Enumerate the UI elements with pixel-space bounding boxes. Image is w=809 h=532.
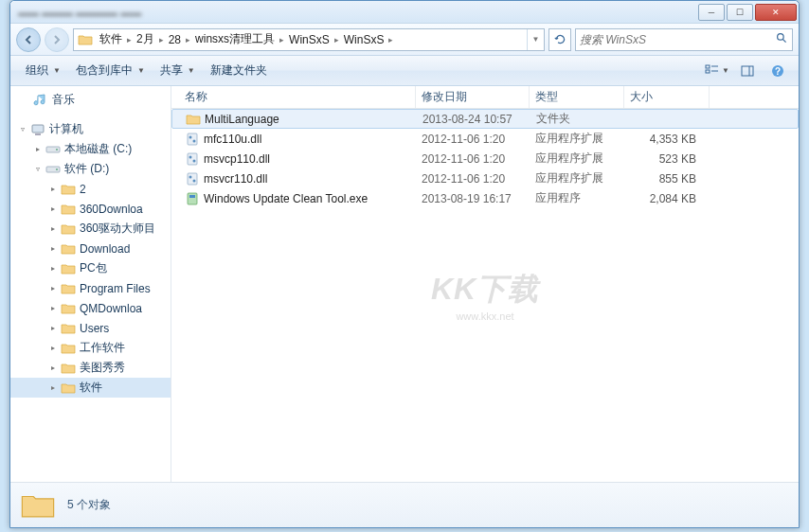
chevron-right-icon[interactable]: ▸ (387, 35, 395, 44)
dll-icon (185, 151, 200, 167)
minimize-button[interactable]: ─ (698, 4, 725, 21)
breadcrumb-item[interactable]: winsxs清理工具 (192, 31, 278, 47)
forward-button[interactable] (45, 27, 69, 52)
chevron-right-icon[interactable]: ▸ (125, 35, 134, 44)
music-icon (33, 93, 48, 108)
tree-collapse-icon[interactable]: ▿ (18, 125, 27, 133)
drive-icon (45, 162, 61, 177)
search-input[interactable] (580, 33, 776, 46)
tree-expand-icon[interactable]: ▸ (48, 344, 57, 352)
chevron-right-icon[interactable]: ▸ (333, 35, 341, 44)
tree-expand-icon[interactable]: ▸ (48, 224, 57, 233)
file-size: 4,353 KB (624, 133, 710, 146)
file-type: 应用程序扩展 (530, 170, 624, 186)
breadcrumb-item[interactable]: WinSxS (286, 33, 333, 46)
search-box[interactable] (575, 28, 793, 51)
svg-rect-2 (706, 70, 710, 73)
preview-pane-button[interactable] (734, 61, 761, 81)
sidebar-folder-item[interactable]: ▸QMDownloa (10, 298, 171, 318)
tree-expand-icon[interactable]: ▸ (48, 204, 57, 213)
svg-point-11 (56, 168, 58, 170)
file-date: 2012-11-06 1:20 (416, 152, 530, 166)
arrow-left-icon (23, 34, 34, 45)
tree-expand-icon[interactable]: ▸ (48, 284, 57, 293)
refresh-button[interactable] (548, 28, 571, 51)
include-library-menu[interactable]: 包含到库中▼ (68, 59, 153, 82)
svg-point-14 (193, 139, 196, 142)
chevron-right-icon[interactable]: ▸ (184, 35, 192, 44)
file-list[interactable]: KK下载 www.kkx.net MultiLanguage2013-08-24… (171, 109, 799, 482)
sidebar-item-label: 音乐 (52, 92, 75, 108)
chevron-right-icon[interactable]: ▸ (278, 35, 286, 44)
tree-expand-icon[interactable]: ▸ (48, 185, 57, 193)
sidebar-item-label: 360Downloa (80, 203, 143, 216)
maximize-button[interactable]: ☐ (727, 4, 753, 21)
sidebar-folder-item[interactable]: ▸360Downloa (10, 199, 171, 219)
file-row[interactable]: mfc110u.dll2012-11-06 1:20应用程序扩展4,353 KB (171, 129, 799, 149)
svg-point-19 (189, 175, 192, 178)
sidebar-folder-item[interactable]: ▸美图秀秀 (10, 358, 171, 378)
tree-expand-icon[interactable]: ▸ (48, 364, 57, 372)
sidebar-item-music[interactable]: 音乐 (10, 90, 171, 110)
content-pane: 名称 修改日期 类型 大小 KK下载 www.kkx.net MultiLang… (171, 86, 799, 482)
tree-collapse-icon[interactable]: ▿ (33, 165, 42, 173)
breadcrumb-item[interactable]: WinSxS (341, 33, 387, 46)
share-label: 共享 (160, 62, 183, 79)
file-row[interactable]: Windows Update Clean Tool.exe2013-08-19 … (171, 188, 799, 208)
back-button[interactable] (16, 27, 41, 52)
file-name: mfc110u.dll (204, 133, 261, 146)
breadcrumb-item[interactable]: 2月 (134, 31, 157, 47)
new-folder-button[interactable]: 新建文件夹 (203, 59, 275, 82)
address-bar[interactable]: 软件▸2月▸28▸winsxs清理工具▸WinSxS▸WinSxS▸ ▼ (73, 28, 545, 51)
address-dropdown[interactable]: ▼ (527, 29, 544, 50)
sidebar-item-label: 计算机 (49, 121, 83, 137)
sidebar-item-drive-c[interactable]: ▸ 本地磁盘 (C:) (10, 139, 171, 159)
tree-expand-icon[interactable]: ▸ (48, 244, 57, 253)
chevron-right-icon[interactable]: ▸ (157, 35, 166, 44)
share-menu[interactable]: 共享▼ (153, 59, 203, 82)
sidebar-folder-item[interactable]: ▸2 (10, 179, 171, 199)
folder-icon (61, 381, 76, 396)
sidebar-folder-item[interactable]: ▸工作软件 (10, 338, 171, 358)
folder-icon (61, 261, 76, 276)
file-date: 2012-11-06 1:20 (416, 172, 530, 186)
svg-rect-1 (706, 65, 710, 68)
organize-menu[interactable]: 组织▼ (18, 59, 68, 82)
sidebar-folder-item[interactable]: ▸Program Files (10, 278, 171, 298)
sidebar-item-label: 2 (80, 183, 86, 196)
column-header-type[interactable]: 类型 (530, 86, 624, 108)
tree-expand-icon[interactable]: ▸ (33, 145, 42, 153)
breadcrumb-item[interactable]: 28 (166, 33, 184, 46)
file-date: 2013-08-24 10:57 (417, 113, 530, 126)
column-header-size[interactable]: 大小 (624, 86, 710, 108)
file-type: 应用程序扩展 (530, 151, 624, 167)
folder-icon (61, 281, 76, 296)
sidebar-folder-item[interactable]: ▸360驱动大师目 (10, 219, 171, 239)
view-options-button[interactable]: ▼ (704, 61, 730, 81)
column-header-name[interactable]: 名称 (179, 86, 416, 108)
sidebar-item-computer[interactable]: ▿ 计算机 (10, 119, 171, 139)
watermark: KK下载 www.kkx.net (431, 269, 539, 322)
sidebar-item-drive-d[interactable]: ▿ 软件 (D:) (10, 159, 171, 179)
folder-icon (61, 341, 76, 356)
tree-expand-icon[interactable]: ▸ (48, 383, 57, 392)
column-header-date[interactable]: 修改日期 (416, 86, 530, 108)
help-button[interactable]: ? (764, 61, 791, 81)
titlebar-blurred-text: ▬▬ ▬▬▬ ▬▬▬▬ ▬▬ (12, 7, 696, 18)
sidebar-folder-item[interactable]: ▸Download (10, 239, 171, 258)
file-row[interactable]: MultiLanguage2013-08-24 10:57文件夹 (171, 109, 799, 129)
sidebar-folder-item[interactable]: ▸Users (10, 318, 171, 338)
close-button[interactable]: ✕ (755, 4, 797, 21)
sidebar-folder-item[interactable]: ▸软件 (10, 378, 171, 398)
file-date: 2013-08-19 16:17 (416, 192, 530, 205)
sidebar-item-label: Download (80, 242, 130, 256)
breadcrumb-item[interactable]: 软件 (97, 31, 125, 47)
file-row[interactable]: msvcp110.dll2012-11-06 1:20应用程序扩展523 KB (171, 149, 799, 168)
folder-icon (61, 222, 76, 237)
file-row[interactable]: msvcr110.dll2012-11-06 1:20应用程序扩展855 KB (171, 168, 799, 188)
tree-expand-icon[interactable]: ▸ (48, 324, 57, 332)
tree-expand-icon[interactable]: ▸ (48, 304, 57, 312)
sidebar-folder-item[interactable]: ▸PC包 (10, 258, 171, 278)
tree-expand-icon[interactable]: ▸ (48, 264, 57, 273)
view-icon (705, 64, 720, 78)
